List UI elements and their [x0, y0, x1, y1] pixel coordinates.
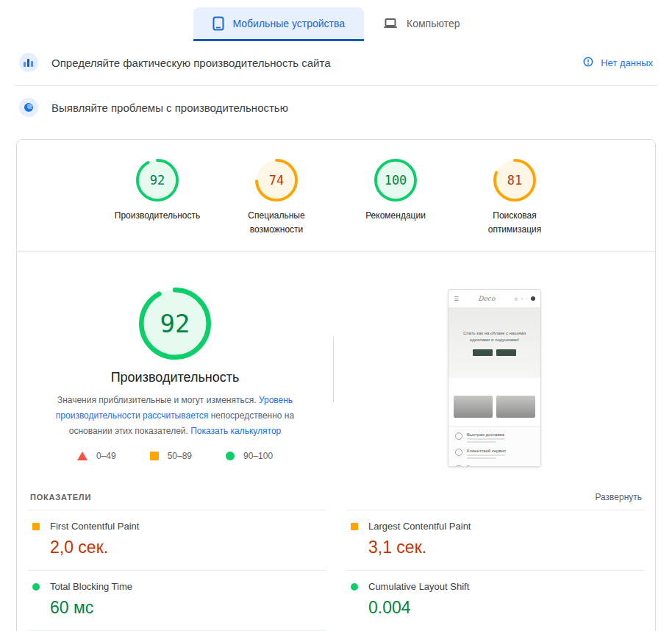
- thumb-site-header: ☰ Deco ✆⌕◦: [448, 290, 540, 307]
- info-icon: [583, 57, 593, 69]
- score-gauge-best-practices[interactable]: 100 Рекомендации: [348, 159, 443, 237]
- thumb-header-icons: ✆⌕◦: [514, 296, 535, 302]
- score-label: Производительность: [115, 209, 200, 223]
- show-calculator-link[interactable]: Показать калькулятор: [190, 426, 281, 436]
- field-data-title: Определяйте фактическую производительнос…: [51, 57, 331, 69]
- screenshot-column: ☰ Deco ✆⌕◦ Спать как на облаке с нашими …: [334, 252, 655, 486]
- thumb-search-icon: ⌕: [521, 296, 523, 302]
- legend-average: 50–89: [150, 451, 192, 461]
- performance-main-gauge: 92: [139, 288, 211, 360]
- metric-status-icon: [32, 523, 40, 530]
- mobile-phone-icon: [212, 16, 224, 31]
- performance-title: Производительность: [111, 370, 240, 385]
- thumb-account-icon: ◦: [526, 296, 528, 301]
- metric-value: 0.004: [368, 598, 640, 618]
- performance-summary-row: 92 Производительность Значения приблизит…: [17, 252, 655, 486]
- field-data-section-header: Определяйте фактическую производительнос…: [0, 41, 672, 82]
- metric-name: First Contentful Paint: [50, 521, 139, 532]
- poor-triangle-icon: [77, 452, 87, 460]
- thumb-hero-banner: Спать как на облаке с нашими одеялами и …: [448, 307, 540, 378]
- expand-metrics-button[interactable]: Развернуть: [595, 492, 642, 502]
- metrics-right-column: Largest Contentful Paint 3,1 сек. Cumula…: [346, 510, 644, 631]
- metric-lcp: Largest Contentful Paint 3,1 сек.: [346, 510, 644, 570]
- performance-score-value: 92: [139, 288, 211, 360]
- thumb-site-logo: Deco: [478, 295, 495, 302]
- page-screenshot-thumbnail[interactable]: ☰ Deco ✆⌕◦ Спать как на облаке с нашими …: [448, 289, 541, 467]
- description-text: Значения приблизительные и могут изменят…: [57, 395, 259, 405]
- lighthouse-beacon-icon: [19, 98, 38, 117]
- metric-status-icon: [32, 583, 40, 591]
- lab-data-title: Выявляйте проблемы с производительностью: [51, 101, 288, 114]
- legend-range: 90–100: [243, 451, 273, 461]
- metric-name: Cumulative Layout Shift: [368, 581, 469, 592]
- score-gauge-accessibility[interactable]: 74 Специальные возможности: [229, 159, 324, 237]
- metric-value: 2,0 сек.: [50, 538, 321, 557]
- tab-mobile-label: Мобильные устройства: [233, 18, 346, 29]
- thumb-menu-icon: ☰: [454, 296, 459, 302]
- thumb-feature-service: Клиентский сервис: [448, 446, 540, 462]
- category-scores-row: 92 Производительность 74 Специальные воз…: [17, 140, 655, 252]
- lab-data-section-header: Выявляйте проблемы с производительностью: [0, 86, 672, 127]
- score-value: 81: [493, 159, 536, 202]
- metrics-grid: First Contentful Paint 2,0 сек. Total Bl…: [28, 510, 644, 631]
- average-square-icon: [150, 452, 159, 460]
- score-gauge-performance[interactable]: 92 Производительность: [110, 159, 204, 237]
- thumb-cart-icon: [531, 296, 535, 301]
- score-value: 100: [374, 159, 417, 202]
- score-scale-legend: 0–49 50–89 90–100: [77, 451, 273, 461]
- score-label: Специальные возможности: [229, 209, 324, 237]
- device-tabbar: Мобильные устройства Компьютер: [0, 0, 672, 41]
- lighthouse-report-card: 92 Производительность 74 Специальные воз…: [16, 139, 656, 631]
- score-label: Поисковая оптимизация: [468, 209, 562, 237]
- thumb-feature-delivery: Быстрая доставка: [448, 429, 540, 446]
- metric-tbt: Total Blocking Time 60 мс: [28, 570, 326, 630]
- metric-value: 3,1 сек.: [368, 538, 640, 557]
- score-value: 74: [255, 159, 298, 202]
- thumb-feature-title: Бонусы за покупки: [467, 465, 505, 467]
- thumb-delivery-icon: [455, 432, 462, 440]
- legend-range: 0–49: [96, 451, 116, 461]
- score-value: 92: [136, 159, 179, 202]
- metric-cls: Cumulative Layout Shift 0.004: [346, 570, 644, 630]
- score-label: Рекомендации: [365, 209, 426, 223]
- good-circle-icon: [226, 452, 235, 460]
- score-gauge-seo[interactable]: 81 Поисковая оптимизация: [468, 159, 562, 237]
- metrics-section: ПОКАЗАТЕЛИ Развернуть First Contentful P…: [17, 486, 655, 631]
- tab-mobile[interactable]: Мобильные устройства: [193, 7, 365, 41]
- thumb-feature-title: Быстрая доставка: [467, 432, 505, 437]
- no-data-label: Нет данных: [601, 57, 653, 68]
- thumb-bonus-icon: [455, 465, 462, 467]
- thumb-feature-list: Быстрая доставка Клиентский сервис Бонус…: [448, 427, 540, 467]
- performance-description: Значения приблизительные и могут изменят…: [38, 393, 312, 439]
- performance-summary-column: 92 Производительность Значения приблизит…: [17, 252, 333, 486]
- thumb-phone-icon: ✆: [514, 296, 518, 302]
- tab-desktop[interactable]: Компьютер: [364, 7, 479, 41]
- legend-poor: 0–49: [77, 451, 116, 461]
- metric-fcp: First Contentful Paint 2,0 сек.: [28, 510, 326, 570]
- metric-name: Largest Contentful Paint: [368, 521, 471, 532]
- field-data-chart-icon: [19, 53, 38, 72]
- metrics-title: ПОКАЗАТЕЛИ: [30, 493, 91, 502]
- metric-status-icon: [351, 583, 358, 591]
- thumb-feature-bonus: Бонусы за покупки: [448, 462, 540, 467]
- thumb-feature-title: Клиентский сервис: [467, 449, 506, 453]
- desktop-laptop-icon: [383, 18, 398, 29]
- metric-value: 60 мс: [50, 598, 321, 618]
- thumb-category-cards: [448, 378, 540, 418]
- metric-name: Total Blocking Time: [50, 581, 132, 592]
- legend-good: 90–100: [226, 451, 273, 461]
- no-data-link[interactable]: Нет данных: [583, 57, 653, 69]
- legend-range: 50–89: [168, 451, 192, 461]
- tab-desktop-label: Компьютер: [407, 18, 460, 29]
- thumb-hero-text: Спать как на облаке с нашими одеялами и …: [456, 330, 533, 344]
- metric-status-icon: [351, 523, 358, 530]
- thumb-service-icon: [455, 449, 462, 456]
- metrics-header: ПОКАЗАТЕЛИ Развернуть: [28, 486, 644, 510]
- metrics-left-column: First Contentful Paint 2,0 сек. Total Bl…: [28, 510, 326, 631]
- thumb-hero-buttons: [473, 349, 516, 356]
